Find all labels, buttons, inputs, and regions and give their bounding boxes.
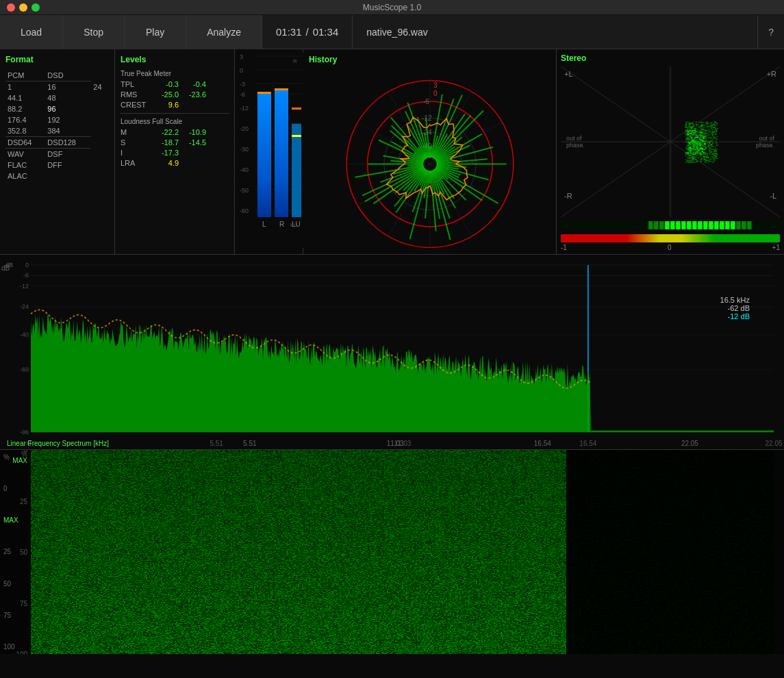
format-panel: Format PCM DSD 1 16 24 44.1 48 88.2 96 1… xyxy=(0,49,115,254)
stereo-plus-r: +R xyxy=(767,70,776,78)
format-bit16[interactable]: 16 xyxy=(45,81,91,92)
freq-1654: 16.54 xyxy=(534,440,551,447)
format-3528[interactable]: 352.8 xyxy=(5,125,45,136)
rms-r: -23.6 xyxy=(179,90,206,99)
time-display: 01:31 / 01:34 xyxy=(262,15,353,49)
stereo-minus-r: -R xyxy=(564,192,572,200)
format-flac[interactable]: FLAC xyxy=(5,160,45,171)
spec-0: 0 xyxy=(3,485,18,492)
format-96[interactable]: 96 xyxy=(45,103,91,114)
levels-title: Levels xyxy=(121,55,229,64)
db-scale: dB xyxy=(5,262,13,270)
panels-row: Format PCM DSD 1 16 24 44.1 48 88.2 96 1… xyxy=(0,49,784,255)
minimize-button[interactable] xyxy=(19,3,27,12)
format-384[interactable]: 384 xyxy=(45,125,91,136)
stereo-panel: Stereo +L +R -R -L out ofphase. out ofph… xyxy=(557,49,784,254)
spec-50: 50 xyxy=(3,580,18,588)
format-pcm[interactable]: PCM xyxy=(5,70,45,81)
out-of-phase-left: out ofphase. xyxy=(566,135,585,149)
format-441[interactable]: 44.1 xyxy=(5,92,45,103)
lra-label: LRA xyxy=(121,159,151,167)
format-48[interactable]: 48 xyxy=(45,92,91,103)
load-button[interactable]: Load xyxy=(0,15,63,49)
close-button[interactable] xyxy=(7,3,15,12)
stereo-title: Stereo xyxy=(561,53,780,63)
m-l: -22.2 xyxy=(151,128,179,136)
format-dsd[interactable]: DSD xyxy=(45,70,91,81)
format-alac[interactable]: ALAC xyxy=(5,171,45,181)
m-label: M xyxy=(121,128,151,136)
i-label: I xyxy=(121,149,151,157)
vu-panel xyxy=(235,49,303,254)
lra-value: 4.9 xyxy=(151,159,179,167)
spectrum-section: dB 16.5 kHz -62 dB -12 dB Linear Frequen… xyxy=(0,255,784,450)
corr-minus1: -1 xyxy=(561,244,567,251)
loudness-label: Loudness Full Scale xyxy=(121,118,229,125)
format-192[interactable]: 192 xyxy=(45,114,91,125)
tpl-label: TPL xyxy=(121,80,151,88)
maximize-button[interactable] xyxy=(31,3,40,12)
spec-25: 25 xyxy=(3,548,18,555)
s-l: -18.7 xyxy=(151,138,179,147)
spec-100: 100 xyxy=(3,643,18,651)
filename: native_96.wav xyxy=(366,27,428,38)
s-label: S xyxy=(121,138,151,147)
spec-pct-label: % xyxy=(3,453,18,461)
play-button[interactable]: Play xyxy=(125,15,186,49)
tpl-l: -0.3 xyxy=(151,80,179,88)
crest-label: CREST xyxy=(121,101,151,109)
spectrogram-y-labels: % 0 MAX 25 50 75 100 xyxy=(3,450,18,654)
format-1764[interactable]: 176.4 xyxy=(5,114,45,125)
spec-75: 75 xyxy=(3,612,18,619)
format-wav[interactable]: WAV xyxy=(5,149,45,160)
rms-l: -25.0 xyxy=(151,90,179,99)
s-r: -14.5 xyxy=(179,138,206,147)
freq-2205: 22.05 xyxy=(681,440,698,447)
spectrum-tooltip: 16.5 kHz -62 dB -12 dB xyxy=(720,296,750,321)
spec-max: MAX xyxy=(3,516,18,524)
format-dsd64[interactable]: DSD64 xyxy=(5,137,45,148)
tpl-r: -0.4 xyxy=(179,80,206,88)
spectrogram-section: % 0 MAX 25 50 75 100 xyxy=(0,450,784,654)
format-dsf[interactable]: DSF xyxy=(45,149,91,160)
true-peak-label: True Peak Meter xyxy=(121,70,229,77)
stereo-minus-l: -L xyxy=(770,192,776,200)
out-of-phase-right: out ofphase. xyxy=(756,135,774,149)
corr-plus1: +1 xyxy=(772,244,780,251)
m-r: -10.9 xyxy=(179,128,206,136)
freq-1103: 11.03 xyxy=(387,440,404,447)
titlebar: MusicScope 1.0 xyxy=(0,0,784,15)
levels-panel: Levels True Peak Meter TPL -0.3 -0.4 RMS… xyxy=(115,49,235,254)
history-panel: History xyxy=(303,49,557,254)
corr-0: 0 xyxy=(668,244,672,251)
format-bit24[interactable]: 24 xyxy=(91,81,109,92)
rms-label: RMS xyxy=(121,90,151,99)
stop-button[interactable]: Stop xyxy=(63,15,125,49)
time-total: 01:34 xyxy=(313,26,339,38)
i-value: -17.3 xyxy=(151,149,179,157)
correlation-labels: -1 0 +1 xyxy=(561,244,780,251)
filename-display: native_96.wav xyxy=(353,15,758,49)
format-dsd128[interactable]: DSD128 xyxy=(45,137,91,148)
crest-value: 9.6 xyxy=(151,101,179,109)
analyze-button[interactable]: Analyze xyxy=(186,15,262,49)
time-current: 01:31 xyxy=(276,26,302,38)
format-882[interactable]: 88.2 xyxy=(5,103,45,114)
freq-markers: 5.51 11.03 16.54 22.05 xyxy=(0,440,784,447)
correlation-bar xyxy=(561,234,780,242)
format-dff[interactable]: DFF xyxy=(45,160,91,171)
help-button[interactable]: ? xyxy=(758,15,784,49)
db-label: dB xyxy=(5,262,13,268)
time-separator: / xyxy=(302,26,313,38)
toolbar: Load Stop Play Analyze 01:31 / 01:34 nat… xyxy=(0,15,784,49)
tooltip-ref: -12 dB xyxy=(720,312,750,321)
format-title: Format xyxy=(5,55,109,64)
tooltip-freq: 16.5 kHz xyxy=(720,296,750,304)
freq-551: 5.51 xyxy=(243,440,256,447)
tooltip-db: -62 dB xyxy=(720,304,750,312)
phase-meters xyxy=(561,220,780,231)
app-title: MusicScope 1.0 xyxy=(363,3,421,12)
format-ch1[interactable]: 1 xyxy=(5,81,45,92)
stereo-plus-l: +L xyxy=(564,70,573,78)
window-controls[interactable] xyxy=(7,3,40,12)
